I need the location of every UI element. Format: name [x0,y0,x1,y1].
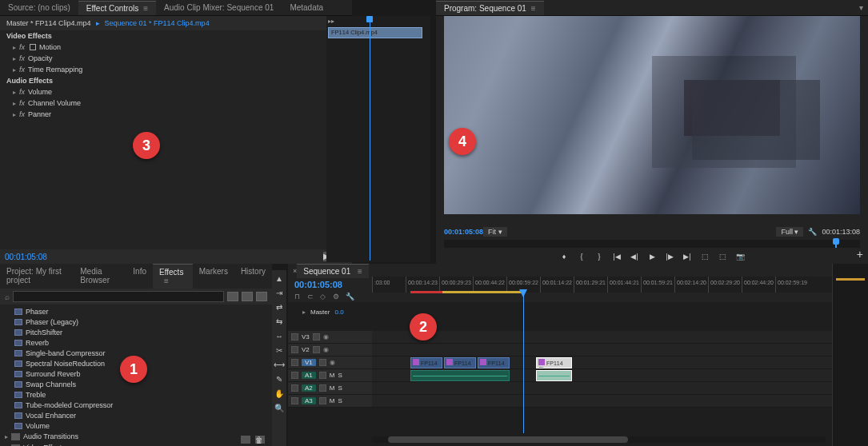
solo-icon[interactable]: S [338,384,342,392]
track-lock[interactable] [319,397,326,404]
zoom-fit-dropdown[interactable]: Fit ▾ [483,227,507,237]
timeline-h-scrollbar[interactable] [372,436,826,443]
timeline-timecode[interactable]: 00:01:05:08 [294,280,342,289]
ec-footer-timecode[interactable]: 00:01:05:08 [5,253,47,261]
track-toggle[interactable] [291,333,298,340]
timeline-playhead[interactable] [523,289,524,433]
clip-selected[interactable]: FP114 Cl [536,357,572,368]
preset-item[interactable]: Vocal Enhancer [0,410,272,420]
tab-metadata[interactable]: Metadata [282,1,331,14]
track-lock[interactable] [319,384,326,392]
category-item[interactable]: ▸Audio Transitions [0,431,272,442]
clip[interactable]: FP114 [478,357,510,368]
track-select-tool-icon[interactable]: ⇥ [274,288,284,297]
slip-tool-icon[interactable]: ⟷ [274,360,284,369]
preset-item[interactable]: PitchShifter [0,327,272,337]
preset-filter-icon[interactable] [256,292,267,301]
new-bin-icon[interactable] [241,436,250,444]
play-icon[interactable]: ▶ [647,252,657,261]
resolution-dropdown[interactable]: Full ▾ [776,227,803,237]
button-editor-icon[interactable]: + [857,248,863,261]
tab-source[interactable]: Source: (no clips) [0,1,78,14]
track-target[interactable] [291,397,298,404]
clip[interactable]: FP114 [444,357,476,368]
wrench-icon[interactable]: 🔧 [346,293,354,301]
step-back-icon[interactable]: ◀| [630,252,639,261]
clip-audio[interactable] [410,370,510,381]
track-lane[interactable] [372,344,832,356]
effects-search-input[interactable] [13,291,224,302]
razor-tool-icon[interactable]: ✂ [274,345,284,355]
extract-icon[interactable]: ⬚ [718,252,727,261]
program-playhead[interactable] [833,238,839,245]
track-target[interactable] [291,372,298,379]
pen-tool-icon[interactable]: ✎ [274,374,284,384]
linked-icon[interactable]: ⊂ [307,293,315,301]
program-video-preview[interactable] [444,16,860,214]
mute-icon[interactable]: M [330,384,335,392]
preset-item[interactable]: Treble [0,389,272,400]
lift-icon[interactable]: ⬚ [700,252,710,261]
preset-item[interactable]: Volume [0,420,272,431]
zoom-tool-icon[interactable]: 🔍 [274,403,284,412]
selection-tool-icon[interactable]: ▲ [274,273,284,283]
clip-audio-selected[interactable] [536,370,572,381]
program-current-tc[interactable]: 00:01:05:08 [444,228,483,236]
effect-motion[interactable]: ▸fxMotion [0,42,352,53]
add-marker-icon[interactable]: ♦ [559,252,569,261]
tab-program[interactable]: Program: Sequence 01≡ [436,1,544,15]
track-lane[interactable]: FP114 FP114 FP114 FP114 Cl [372,356,832,368]
rolling-tool-icon[interactable]: ⇆ [274,317,284,326]
eye-icon[interactable]: ◉ [330,359,335,366]
ec-playhead[interactable] [370,16,370,261]
track-lane[interactable] [372,369,832,381]
solo-icon[interactable]: S [338,397,342,404]
tab-effects[interactable]: Effects ≡ [153,264,193,289]
preset-filter-icon[interactable] [227,292,238,301]
preset-item[interactable]: Reverb [0,337,272,348]
track-lock[interactable] [319,359,326,366]
mute-icon[interactable]: M [330,372,335,379]
track-toggle[interactable] [291,346,298,353]
eye-icon[interactable]: ◉ [323,346,329,353]
close-icon[interactable]: ≡ [143,4,148,13]
category-item[interactable]: ▸Video Effects [0,442,272,446]
effect-time-remapping[interactable]: ▸fxTime Remapping [0,64,352,75]
eye-icon[interactable]: ◉ [323,333,329,340]
triangle-icon[interactable]: ▸ [302,309,306,316]
timeline-ruler[interactable]: :03:00 00:00:14:23 00:00:29:23 00:00:44:… [372,277,832,293]
track-lane[interactable] [372,331,832,343]
snap-icon[interactable]: ⊓ [294,293,302,301]
track-target[interactable] [291,384,298,392]
effect-panner[interactable]: ▸fxPanner [0,109,352,120]
preset-item[interactable]: Phaser (Legacy) [0,317,272,327]
delete-icon[interactable]: 🗑 [255,436,265,444]
rate-tool-icon[interactable]: ↔ [274,331,284,340]
solo-icon[interactable]: S [338,372,342,379]
mute-icon[interactable]: M [330,397,335,404]
master-level[interactable]: 0.0 [334,309,343,316]
export-frame-icon[interactable]: 📷 [735,252,745,261]
tab-effect-controls[interactable]: Effect Controls≡ [78,1,156,15]
clip[interactable]: FP114 [410,357,442,368]
preset-filter-icon[interactable] [242,292,253,301]
hand-tool-icon[interactable]: ✋ [274,388,284,398]
panel-menu-icon[interactable]: ▾ [859,3,868,12]
tab-project[interactable]: Project: My first project [0,264,74,289]
track-lane[interactable] [372,395,832,407]
step-fwd-icon[interactable]: |▶ [665,252,674,261]
tab-markers[interactable]: Markers [193,264,234,289]
track-lock[interactable] [319,372,326,379]
preset-item[interactable]: Tube-modeled Compressor [0,400,272,410]
preset-item[interactable]: Phaser [0,306,272,317]
track-target[interactable] [291,359,298,366]
markers-icon[interactable]: ◇ [320,293,328,301]
effect-volume[interactable]: ▸fxVolume [0,86,352,98]
mark-out-icon[interactable]: } [594,252,604,261]
effect-opacity[interactable]: ▸fxOpacity [0,53,352,64]
tab-info[interactable]: Info [126,264,153,289]
settings-icon[interactable]: 🔧 [808,228,817,237]
program-scrubber[interactable] [444,240,860,248]
tab-media-browser[interactable]: Media Browser [74,264,126,289]
tab-history[interactable]: History [234,264,272,289]
